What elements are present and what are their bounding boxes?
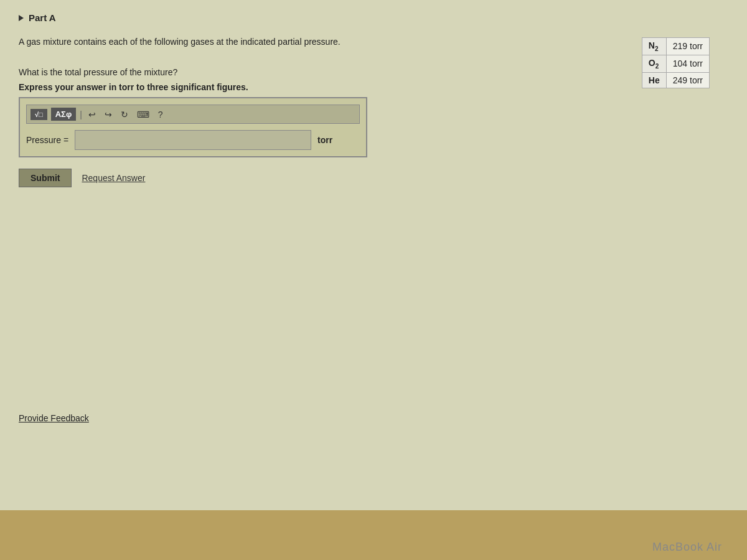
table-row: N2 219 torr — [642, 38, 709, 55]
formula-toolbar: √□ ΑΣφ | ↩ ↪ ↻ ⌨ ? — [26, 105, 360, 124]
brand-text: MacBook Air — [652, 541, 722, 554]
part-label: Part A — [29, 12, 56, 23]
pressure-input[interactable] — [75, 130, 311, 150]
gas-pressure-he: 249 torr — [666, 72, 709, 88]
table-row: He 249 torr — [642, 72, 709, 88]
bottom-bar: MacBook Air — [0, 510, 747, 560]
pressure-label: Pressure = — [26, 135, 68, 145]
formula-button[interactable]: √□ — [31, 109, 47, 120]
gas-pressure-n2: 219 torr — [666, 38, 709, 55]
redo-button[interactable]: ↪ — [102, 108, 115, 121]
unit-label: torr — [317, 135, 332, 145]
gas-pressure-o2: 104 torr — [666, 55, 709, 72]
sub-question-text: What is the total pressure of the mixtur… — [19, 67, 728, 77]
action-row: Submit Request Answer — [19, 169, 728, 187]
gas-name-o2: O2 — [642, 55, 666, 72]
part-header: Part A — [19, 12, 728, 23]
answer-section: What is the total pressure of the mixtur… — [19, 67, 728, 157]
question-text: A gas mixture contains each of the follo… — [19, 35, 728, 49]
gas-table: N2 219 torr O2 104 torr He 249 torr — [642, 37, 710, 88]
gas-name-n2: N2 — [642, 38, 666, 55]
sqrt-icon: √□ — [35, 111, 43, 118]
collapse-icon[interactable] — [19, 15, 24, 21]
provide-feedback-link[interactable]: Provide Feedback — [19, 413, 89, 423]
table-row: O2 104 torr — [642, 55, 709, 72]
greek-icon: ΑΣφ — [55, 110, 72, 119]
refresh-button[interactable]: ↻ — [118, 108, 131, 121]
separator-1: | — [80, 110, 82, 119]
undo-button[interactable]: ↩ — [86, 108, 98, 121]
gas-name-he: He — [642, 72, 666, 88]
input-row: Pressure = torr — [26, 130, 360, 150]
instruction-text: Express your answer in torr to three sig… — [19, 82, 728, 92]
answer-box: √□ ΑΣφ | ↩ ↪ ↻ ⌨ ? Pressure = torr — [19, 97, 367, 157]
greek-button[interactable]: ΑΣφ — [51, 108, 77, 121]
keyboard-button[interactable]: ⌨ — [134, 108, 152, 121]
request-answer-link[interactable]: Request Answer — [82, 173, 145, 183]
help-button[interactable]: ? — [156, 108, 166, 121]
submit-button[interactable]: Submit — [19, 169, 72, 187]
